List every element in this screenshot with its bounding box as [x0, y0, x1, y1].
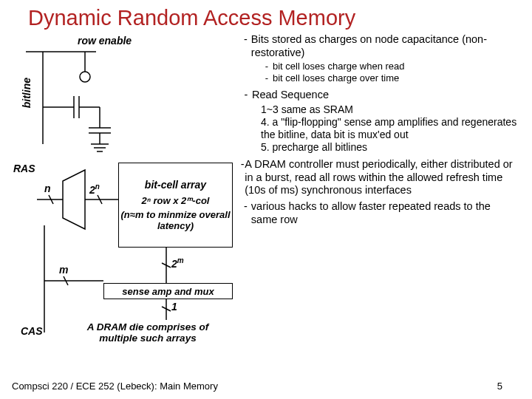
bullet-panel: - Bits stored as charges on node capacit…	[240, 33, 525, 358]
bitcell-array-label: bit-cell array	[145, 179, 206, 195]
bullet-3-text: A DRAM controller must periodically, eit…	[245, 158, 519, 197]
bullet-2-text: Read Sequence	[252, 89, 329, 102]
label-ras: RAS	[13, 163, 35, 174]
bullet-2-4: 4. a "flip-flopping" sense amp amplifies…	[261, 116, 519, 141]
dash-icon: -	[261, 61, 273, 72]
label-row-enable: row enable	[78, 35, 132, 47]
bullet-1: - Bits stored as charges on node capacit…	[240, 33, 519, 59]
dash-icon: -	[261, 72, 273, 84]
sense-amp-box: sense amp and mux	[103, 283, 233, 299]
diagram-panel: row enable bitline RAS n 2n m 2m 1 CAS b…	[7, 33, 240, 358]
content-area: row enable bitline RAS n 2n m 2m 1 CAS b…	[0, 30, 532, 358]
label-m: m	[59, 264, 68, 276]
bullet-2: - Read Sequence	[240, 89, 519, 102]
bullet-3: - A DRAM controller must periodically, e…	[240, 158, 519, 197]
label-one: 1	[171, 301, 177, 313]
bullet-1b: - bit cell loses charge over time	[261, 72, 519, 84]
label-n: n	[44, 183, 51, 194]
slide-title: Dynamic Random Access Memory	[0, 0, 532, 30]
bullet-1-text: Bits stored as charges on node capacitan…	[251, 33, 519, 59]
footer-right: 5	[497, 381, 502, 392]
footer-left: Compsci 220 / ECE 252 (Lebeck): Main Mem…	[12, 381, 218, 392]
dash-icon: -	[240, 200, 251, 226]
die-text: A DRAM die comprises of multiple such ar…	[66, 321, 229, 344]
dash-icon: -	[240, 33, 251, 59]
label-2m: 2m	[171, 256, 184, 270]
bullet-1a: - bit cell loses charge when read	[261, 61, 519, 72]
bullet-2-1: 1~3 same as SRAM	[261, 103, 519, 116]
bitcell-array-box: bit-cell array 2ⁿ row x 2ᵐ-col (n≈m to m…	[118, 163, 233, 248]
svg-point-2	[80, 72, 90, 82]
minimize-label: (n≈m to minmize overall latency)	[119, 206, 232, 231]
label-bitline: bitline	[21, 78, 33, 108]
dash-icon: -	[240, 89, 252, 102]
bullet-1b-text: bit cell loses charge over time	[273, 72, 399, 84]
label-2n: 2n	[89, 183, 100, 196]
label-cas: CAS	[21, 325, 43, 337]
svg-marker-17	[63, 170, 85, 229]
bullet-2-5: 5. precharge all bitlines	[261, 141, 519, 154]
bullet-4-text: various hacks to allow faster repeated r…	[251, 200, 519, 226]
row-col-label: 2ⁿ row x 2ᵐ-col	[142, 195, 210, 206]
bullet-1a-text: bit cell loses charge when read	[273, 61, 405, 72]
bullet-4: - various hacks to allow faster repeated…	[240, 200, 519, 226]
